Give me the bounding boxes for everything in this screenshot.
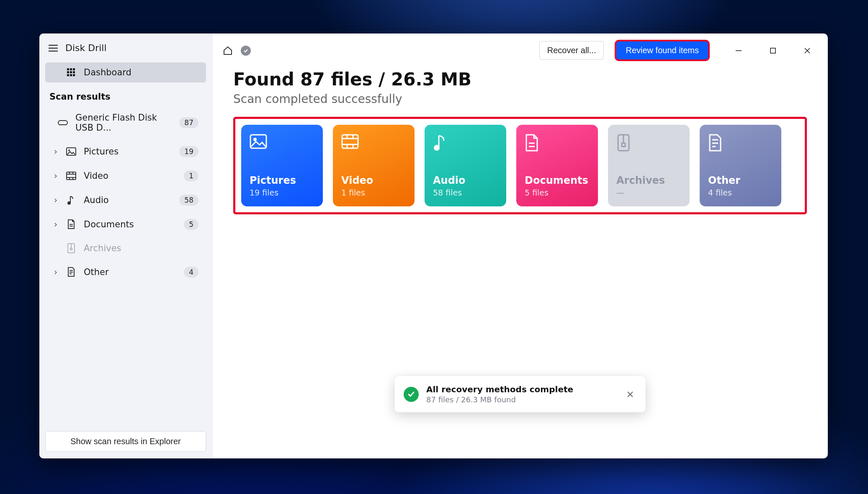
count-badge: 87 [179,117,198,128]
toast-subtitle: 87 files / 26.3 MB found [426,395,616,404]
titlebar: Recover all... Review found items [212,33,828,65]
window-close-button[interactable] [795,42,819,59]
count-badge: 5 [184,219,198,230]
sidebar-item-video[interactable]: › Video 1 [45,165,206,186]
sidebar-item-documents[interactable]: › Documents 5 [45,214,206,235]
svg-rect-35 [342,135,358,148]
chevron-right-icon: › [53,219,59,229]
sidebar-section-scan-results: Scan results [39,84,212,106]
card-video[interactable]: Video 1 files [333,125,415,206]
video-icon [341,134,359,152]
sidebar-item-label: Pictures [84,147,172,157]
sidebar-item-label: Video [84,171,176,181]
svg-rect-0 [67,68,69,70]
app-window: Disk Drill Dashboard Scan results Generi… [39,33,828,458]
svg-rect-1 [70,68,72,70]
results-headline: Found 87 files / 26.3 MB [233,69,807,90]
card-title: Pictures [250,175,314,186]
sidebar-item-label: Other [84,267,176,277]
main-panel: Recover all... Review found items Found … [212,33,828,458]
count-badge: 4 [184,267,198,278]
svg-rect-8 [73,74,75,76]
svg-point-12 [68,149,70,151]
hamburger-icon[interactable] [49,45,58,51]
card-title: Video [341,175,406,186]
status-check-icon [241,46,251,56]
sidebar-header: Disk Drill [39,33,212,61]
svg-rect-33 [250,135,266,148]
document-icon [66,219,76,229]
svg-rect-2 [73,68,75,70]
card-subtitle: — [616,188,681,197]
music-note-icon [66,195,76,205]
svg-rect-9 [58,121,67,125]
svg-point-20 [67,201,71,205]
sidebar-item-audio[interactable]: › Audio 58 [45,190,206,211]
svg-rect-13 [67,172,76,180]
chevron-right-icon: › [53,171,59,181]
sidebar-item-device[interactable]: Generic Flash Disk USB D... 87 [45,108,206,138]
picture-icon [66,147,76,157]
home-icon[interactable] [222,44,234,57]
svg-rect-25 [70,248,72,250]
music-note-icon [433,134,451,152]
svg-rect-3 [67,71,69,73]
app-title: Disk Drill [65,43,107,53]
sidebar-item-other[interactable]: › Other 4 [45,262,206,283]
svg-rect-5 [73,71,75,73]
check-circle-icon [404,387,419,402]
document-icon [525,134,542,152]
card-subtitle: 5 files [525,188,590,197]
archive-icon [616,134,634,152]
sidebar-item-label: Dashboard [84,67,198,77]
grid-icon [66,67,76,77]
sidebar-item-label: Archives [84,243,198,253]
sidebar-item-label: Audio [84,195,172,205]
svg-rect-7 [70,74,72,76]
sidebar-item-dashboard[interactable]: Dashboard [45,62,206,82]
sidebar-item-archives: Archives [45,238,206,258]
card-subtitle: 58 files [433,188,498,197]
card-subtitle: 19 files [250,188,314,197]
window-minimize-button[interactable] [726,42,751,59]
card-other[interactable]: Other 4 files [700,125,781,206]
svg-point-42 [434,145,440,151]
chevron-right-icon: › [53,147,59,157]
chevron-right-icon: › [53,195,59,205]
toast-text: All recovery methods complete 87 files /… [426,384,616,404]
svg-rect-30 [770,48,775,53]
card-documents[interactable]: Documents 5 files [516,125,598,206]
card-subtitle: 1 files [341,188,406,197]
archive-icon [66,243,76,253]
card-title: Other [708,175,773,186]
picture-icon [250,134,267,152]
file-icon [66,267,76,277]
card-title: Audio [433,175,498,186]
svg-point-34 [253,138,257,141]
card-audio[interactable]: Audio 58 files [425,125,506,206]
file-icon [708,134,726,152]
sidebar-item-pictures[interactable]: › Pictures 19 [45,141,206,162]
review-found-items-button[interactable]: Review found items [616,41,708,59]
content-area: Found 87 files / 26.3 MB Scan completed … [212,65,828,223]
toast-title: All recovery methods complete [426,384,616,394]
recover-all-button[interactable]: Recover all... [539,41,604,60]
card-title: Archives [616,175,681,186]
card-title: Documents [525,175,590,186]
window-maximize-button[interactable] [761,42,785,59]
sidebar-footer: Show scan results in Explorer [39,426,212,458]
svg-rect-4 [70,71,72,73]
count-badge: 1 [184,170,198,181]
category-cards-row: Pictures 19 files Video 1 files Audio 58… [233,117,807,214]
sidebar-item-label: Documents [84,219,176,229]
close-icon[interactable] [624,388,636,401]
card-pictures[interactable]: Pictures 19 files [241,125,323,206]
video-icon [66,171,76,181]
sidebar: Disk Drill Dashboard Scan results Generi… [39,33,212,458]
show-in-explorer-button[interactable]: Show scan results in Explorer [45,431,206,452]
svg-rect-6 [67,74,69,76]
card-subtitle: 4 files [708,188,773,197]
count-badge: 19 [179,146,198,157]
usb-drive-icon [58,118,68,128]
count-badge: 58 [179,195,198,206]
